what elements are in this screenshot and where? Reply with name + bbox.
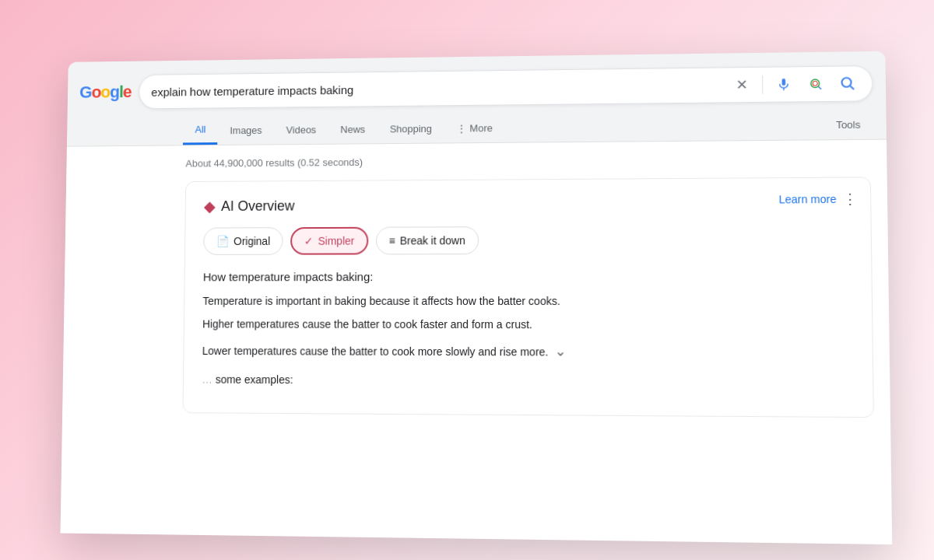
logo-letter-g: G [79, 82, 92, 102]
logo-letter-e: e [123, 82, 132, 102]
svg-line-6 [850, 86, 854, 89]
simpler-check-icon: ✓ [304, 235, 314, 247]
logo-letter-o1: o [91, 82, 100, 102]
content-heading: How temperature impacts baking: [203, 269, 852, 283]
tools-button[interactable]: Tools [823, 110, 873, 138]
ai-content: How temperature impacts baking: Temperat… [202, 269, 853, 391]
search-icons: ✕ [730, 72, 859, 96]
search-input[interactable]: explain how temperature impacts baking [151, 79, 722, 98]
ai-paragraph-1: Temperature is important in baking becau… [202, 292, 852, 310]
break-it-down-label: Break it down [400, 234, 465, 247]
ai-overview-panel: ◆ AI Overview Learn more ⋮ 📄 Original ✓ … [183, 177, 874, 418]
ai-overview-header: ◆ AI Overview Learn more ⋮ [204, 194, 851, 215]
ai-paragraph-2: Higher temperatures cause the batter to … [202, 316, 852, 334]
svg-rect-0 [782, 79, 786, 86]
tab-shopping[interactable]: Shopping [377, 115, 444, 142]
original-icon: 📄 [216, 235, 230, 247]
browser-window: Google explain how temperature impacts b… [61, 51, 893, 544]
simpler-label: Simpler [318, 235, 355, 247]
browser-content: About 44,900,000 results (0.52 seconds) … [61, 140, 893, 544]
original-mode-button[interactable]: 📄 Original [203, 227, 283, 255]
svg-point-2 [811, 79, 820, 88]
mic-icon[interactable] [772, 73, 795, 95]
lens-icon[interactable] [804, 73, 827, 95]
ai-paragraph-3: Lower temperatures cause the batter to c… [202, 339, 853, 364]
nav-tabs: All Images Videos News Shopping ⋮ More [79, 113, 505, 145]
search-submit-icon[interactable] [837, 72, 859, 94]
tab-videos[interactable]: Videos [274, 116, 328, 143]
more-menu-button[interactable]: ⋮ More [444, 114, 505, 142]
search-bar-row: Google explain how temperature impacts b… [79, 59, 873, 117]
more-label: More [469, 122, 492, 134]
svg-point-3 [813, 81, 817, 86]
examples-heading: … some examples: [202, 370, 853, 391]
divider [762, 75, 763, 94]
more-dots-icon: ⋮ [457, 122, 467, 134]
break-it-down-icon: ≡ [389, 235, 395, 247]
google-logo: Google [79, 82, 132, 103]
learn-more-area: Learn more ⋮ [778, 191, 857, 208]
mode-buttons: 📄 Original ✓ Simpler ≡ Break it down [203, 225, 851, 255]
ai-overview-title: ◆ AI Overview [204, 197, 295, 215]
svg-line-4 [819, 86, 822, 89]
logo-letter-o2: o [100, 82, 110, 102]
svg-point-5 [841, 78, 851, 87]
tab-all[interactable]: All [183, 116, 218, 145]
diamond-icon: ◆ [204, 197, 216, 215]
tab-images[interactable]: Images [218, 117, 275, 144]
search-box[interactable]: explain how temperature impacts baking ✕ [139, 65, 873, 109]
simpler-mode-button[interactable]: ✓ Simpler [290, 227, 368, 255]
collapse-icon[interactable]: ⌄ [554, 340, 566, 362]
original-label: Original [234, 235, 270, 247]
ai-overview-label: AI Overview [221, 198, 295, 214]
clear-icon[interactable]: ✕ [730, 74, 753, 96]
overflow-menu-icon[interactable]: ⋮ [843, 191, 858, 208]
browser-chrome: Google explain how temperature impacts b… [67, 51, 887, 147]
break-it-down-mode-button[interactable]: ≡ Break it down [376, 226, 479, 254]
results-count: About 44,900,000 results (0.52 seconds) [185, 152, 870, 170]
tab-news[interactable]: News [328, 115, 377, 142]
logo-letter-g2: g [110, 82, 119, 102]
learn-more-button[interactable]: Learn more [778, 193, 836, 206]
